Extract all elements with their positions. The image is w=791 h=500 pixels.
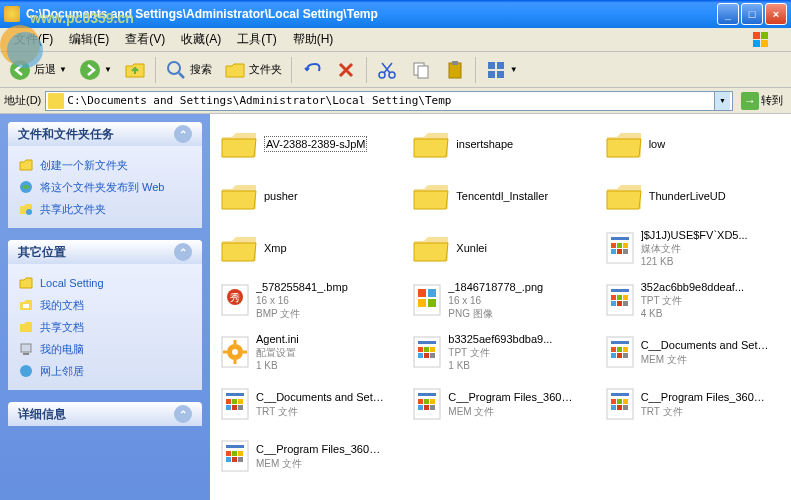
svg-rect-64 <box>617 347 622 352</box>
toolbar: 后退 ▼ ▼ 搜索 文件夹 ▼ <box>0 52 791 88</box>
maximize-button[interactable]: □ <box>741 3 763 25</box>
svg-text:秀: 秀 <box>230 292 240 303</box>
svg-rect-4 <box>753 40 760 47</box>
file-name: C__Program Files_360_360Saf... <box>641 390 771 404</box>
place-link[interactable]: 网上邻居 <box>18 360 192 382</box>
file-item[interactable]: Tencentdl_Installer <box>408 172 592 220</box>
task-link[interactable]: 共享此文件夹 <box>18 198 192 220</box>
file-item[interactable]: 352ac6bb9e8ddeaf...TPT 文件4 KB <box>601 276 785 324</box>
svg-rect-24 <box>23 353 29 355</box>
details-panel-header[interactable]: 详细信息 ⌃ <box>8 402 202 426</box>
svg-rect-48 <box>617 301 622 306</box>
file-name: AV-2388-2389-sJpM <box>264 136 367 152</box>
tasks-panel-header[interactable]: 文件和文件夹任务 ⌃ <box>8 122 202 146</box>
menu-file[interactable]: 文件(F) <box>6 29 61 50</box>
file-item[interactable]: C__Program Files_360_360Saf...MEM 文件 <box>216 432 400 480</box>
folders-button[interactable]: 文件夹 <box>219 55 287 85</box>
menubar: 文件(F) 编辑(E) 查看(V) 收藏(A) 工具(T) 帮助(H) <box>0 28 791 52</box>
place-icon <box>18 319 34 335</box>
file-item[interactable]: C__Program Files_360_360Saf...TRT 文件 <box>601 380 785 428</box>
paste-button[interactable] <box>439 55 471 85</box>
svg-point-21 <box>26 209 32 215</box>
file-item[interactable]: low <box>601 120 785 168</box>
address-field[interactable]: ▼ <box>45 91 733 111</box>
svg-rect-98 <box>226 457 231 462</box>
titlebar: C:\Documents and Settings\Administrator\… <box>0 0 791 28</box>
svg-point-7 <box>80 60 100 80</box>
svg-rect-97 <box>238 451 243 456</box>
file-name: Agent.ini <box>256 332 299 346</box>
svg-rect-15 <box>452 61 458 65</box>
up-button[interactable] <box>119 55 151 85</box>
svg-rect-92 <box>623 405 628 410</box>
file-item[interactable]: Agent.ini配置设置1 KB <box>216 328 400 376</box>
svg-rect-3 <box>761 32 768 39</box>
search-button[interactable]: 搜索 <box>160 55 217 85</box>
copy-icon <box>410 59 432 81</box>
task-link[interactable]: 将这个文件夹发布到 Web <box>18 176 192 198</box>
svg-rect-16 <box>488 62 495 69</box>
file-item[interactable]: AV-2388-2389-sJpM <box>216 120 400 168</box>
svg-rect-19 <box>497 71 504 78</box>
ini-icon <box>218 335 252 369</box>
menu-favorites[interactable]: 收藏(A) <box>173 29 229 50</box>
file-name: _1846718778_.png <box>448 280 543 294</box>
file-size: 121 KB <box>641 255 748 268</box>
address-input[interactable] <box>67 94 714 107</box>
minimize-button[interactable]: _ <box>717 3 739 25</box>
address-dropdown-icon[interactable]: ▼ <box>714 92 730 110</box>
place-link[interactable]: 共享文档 <box>18 316 192 338</box>
cut-button[interactable] <box>371 55 403 85</box>
svg-rect-55 <box>418 347 423 352</box>
menu-tools[interactable]: 工具(T) <box>229 29 284 50</box>
forward-button[interactable]: ▼ <box>74 55 117 85</box>
file-item[interactable]: C__Program Files_360_360Saf...MEM 文件 <box>408 380 592 428</box>
place-icon <box>18 275 34 291</box>
place-link[interactable]: 我的电脑 <box>18 338 192 360</box>
file-item[interactable]: b3325aef693bdba9...TPT 文件1 KB <box>408 328 592 376</box>
file-item[interactable]: pusher <box>216 172 400 220</box>
back-button[interactable]: 后退 ▼ <box>4 55 72 85</box>
panel-title: 文件和文件夹任务 <box>18 126 114 143</box>
menu-view[interactable]: 查看(V) <box>117 29 173 50</box>
place-link[interactable]: 我的文档 <box>18 294 192 316</box>
go-button[interactable]: → 转到 <box>737 91 787 111</box>
file-item[interactable]: ]$J1J)USE$FV`XD5...媒体文件121 KB <box>601 224 785 272</box>
file-meta: 16 x 16 <box>448 294 543 307</box>
mem-icon <box>410 387 444 421</box>
file-item[interactable]: _1846718778_.png16 x 16PNG 图像 <box>408 276 592 324</box>
file-item[interactable]: ThunderLiveUD <box>601 172 785 220</box>
copy-button[interactable] <box>405 55 437 85</box>
svg-rect-17 <box>497 62 504 69</box>
file-item[interactable]: Xmp <box>216 224 400 272</box>
svg-rect-66 <box>611 353 616 358</box>
delete-icon <box>335 59 357 81</box>
file-item[interactable]: C__Documents and Settings_Adminis...TRT … <box>216 380 400 428</box>
task-label: 将这个文件夹发布到 Web <box>40 180 164 195</box>
task-label: 共享此文件夹 <box>40 202 106 217</box>
close-button[interactable]: × <box>765 3 787 25</box>
menu-help[interactable]: 帮助(H) <box>285 29 342 50</box>
dropdown-icon: ▼ <box>510 65 518 74</box>
svg-rect-30 <box>623 243 628 248</box>
place-link[interactable]: Local Setting <box>18 272 192 294</box>
svg-point-25 <box>20 365 32 377</box>
file-item[interactable]: insertshape <box>408 120 592 168</box>
undo-button[interactable] <box>296 55 328 85</box>
svg-rect-84 <box>430 405 435 410</box>
places-panel-header[interactable]: 其它位置 ⌃ <box>8 240 202 264</box>
file-item[interactable]: 秀_578255841_.bmp16 x 16BMP 文件 <box>216 276 400 324</box>
place-icon <box>18 363 34 379</box>
place-icon <box>18 297 34 313</box>
svg-rect-62 <box>611 341 629 344</box>
svg-rect-56 <box>424 347 429 352</box>
file-item[interactable]: C__Documents and Settings_Adminis...MEM … <box>601 328 785 376</box>
file-size: 1 KB <box>256 359 299 372</box>
places-panel: 其它位置 ⌃ Local Setting我的文档共享文档我的电脑网上邻居 <box>8 240 202 390</box>
delete-button[interactable] <box>330 55 362 85</box>
menu-edit[interactable]: 编辑(E) <box>61 29 117 50</box>
chevron-up-icon: ⌃ <box>174 125 192 143</box>
file-item[interactable]: Xunlei <box>408 224 592 272</box>
task-link[interactable]: 创建一个新文件夹 <box>18 154 192 176</box>
views-button[interactable]: ▼ <box>480 55 523 85</box>
